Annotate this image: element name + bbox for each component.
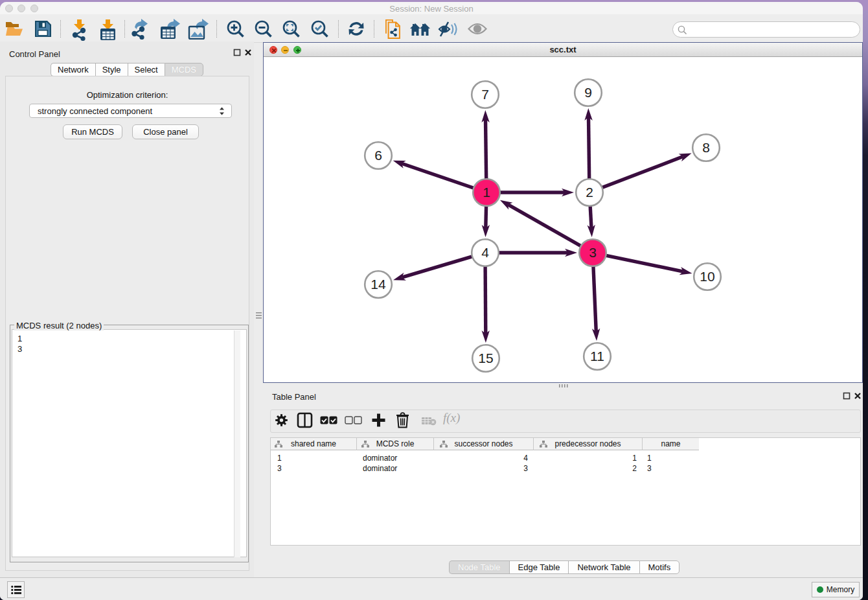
svg-text:4: 4 — [481, 245, 489, 260]
svg-text:6: 6 — [374, 148, 382, 163]
svg-text:1: 1 — [483, 185, 490, 200]
svg-text:8: 8 — [702, 140, 710, 155]
svg-text:7: 7 — [481, 87, 489, 102]
svg-text:10: 10 — [700, 269, 714, 284]
svg-text:3: 3 — [589, 245, 597, 260]
svg-text:2: 2 — [586, 185, 593, 200]
svg-text:14: 14 — [371, 277, 386, 292]
svg-text:11: 11 — [590, 349, 604, 363]
svg-text:15: 15 — [478, 351, 493, 365]
svg-text:9: 9 — [584, 85, 592, 100]
